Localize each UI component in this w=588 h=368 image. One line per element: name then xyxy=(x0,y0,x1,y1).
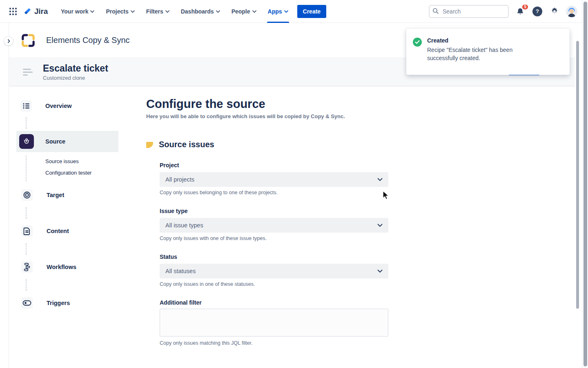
recipe-meta: Escalate ticket Customized clone xyxy=(43,63,108,81)
search-input[interactable] xyxy=(429,5,509,18)
issue-type-select-value: All issue types xyxy=(165,222,203,229)
app-switcher-button[interactable] xyxy=(7,5,20,18)
recipe-subtitle: Customized clone xyxy=(43,75,108,81)
substep-configuration-tester[interactable]: Configuration tester xyxy=(45,170,91,176)
step-label: Workflows xyxy=(47,264,76,270)
notifications-badge: 5 xyxy=(521,4,529,10)
step-triggers[interactable]: Triggers xyxy=(21,297,70,309)
elements-logo-icon xyxy=(20,33,36,48)
chevron-down-icon xyxy=(284,10,288,13)
nav-item-apps[interactable]: Apps xyxy=(262,0,294,23)
chevron-down-icon xyxy=(377,269,383,273)
chevron-down-icon xyxy=(131,10,135,13)
step-overview[interactable]: Overview xyxy=(20,100,72,112)
jira-logo[interactable]: Jira xyxy=(23,7,48,16)
jira-logo-text: Jira xyxy=(34,7,48,16)
settings-icon xyxy=(550,7,559,16)
step-connector xyxy=(26,243,27,255)
recipe-name: Escalate ticket xyxy=(43,63,108,74)
chevron-down-icon xyxy=(165,10,169,13)
nav-item-dashboards[interactable]: Dashboards xyxy=(175,0,226,23)
step-connector xyxy=(26,279,27,291)
step-connector xyxy=(26,117,27,129)
step-content[interactable]: Content xyxy=(21,225,69,237)
status-select[interactable]: All statuses xyxy=(160,264,388,278)
workflows-icon xyxy=(21,261,33,273)
triggers-icon xyxy=(21,297,33,309)
section-title: Source issues xyxy=(159,140,214,149)
chevron-down-icon xyxy=(216,10,220,13)
step-label: Overview xyxy=(45,103,72,109)
chevron-down-icon xyxy=(377,224,383,227)
help-button[interactable] xyxy=(532,6,543,17)
page-subtitle: Here you will be able to configure which… xyxy=(146,113,345,119)
content-icon xyxy=(21,225,33,237)
step-workflows[interactable]: Workflows xyxy=(21,261,76,273)
issue-type-help-text: Copy only issues with one of these issue… xyxy=(160,236,267,241)
chevron-down-icon xyxy=(252,10,256,13)
step-source-selected[interactable]: Source xyxy=(16,131,118,152)
step-target[interactable]: Target xyxy=(21,189,64,201)
app-grid-icon xyxy=(9,8,17,15)
recipe-steps-sidebar: Overview Source Source issues Configura xyxy=(0,86,139,368)
settings-button[interactable] xyxy=(549,6,560,17)
jql-filter-input[interactable] xyxy=(160,309,388,337)
avatar-image xyxy=(566,6,577,17)
chevron-down-icon xyxy=(90,10,94,13)
page-scrollbar-track xyxy=(582,0,588,368)
mouse-cursor xyxy=(382,191,390,200)
page-title: Configure the source xyxy=(146,97,265,111)
nav-item-people[interactable]: People xyxy=(226,0,262,23)
project-select-value: All projects xyxy=(165,176,194,183)
top-navigation: Jira Your work Projects Filters Dashboar… xyxy=(0,0,588,23)
project-help-text: Copy only issues belonging to one of the… xyxy=(160,190,278,195)
expand-sidebar-button[interactable] xyxy=(4,36,13,46)
target-icon xyxy=(21,189,33,201)
step-connector xyxy=(26,207,27,219)
nav-item-your-work[interactable]: Your work xyxy=(55,0,100,23)
screen: Jira Your work Projects Filters Dashboar… xyxy=(0,0,588,368)
jira-mark-icon xyxy=(23,7,32,16)
toast-body: Created Recipe "Escalate ticket" has bee… xyxy=(427,37,521,67)
avatar[interactable] xyxy=(566,6,577,17)
nav-item-projects[interactable]: Projects xyxy=(100,0,140,23)
toast-title: Created xyxy=(427,37,521,44)
additional-filter-label: Additional filter xyxy=(160,299,202,306)
search-icon xyxy=(432,8,439,14)
nav-item-filters[interactable]: Filters xyxy=(140,0,175,23)
collapsed-sidebar-divider xyxy=(9,23,9,368)
app-title: Elements Copy & Sync xyxy=(46,36,130,45)
issue-type-label: Issue type xyxy=(160,208,187,214)
status-select-value: All statuses xyxy=(165,268,196,274)
overview-icon xyxy=(20,100,32,112)
page-scrollbar[interactable] xyxy=(584,2,587,366)
primary-nav: Your work Projects Filters Dashboards Pe… xyxy=(55,0,294,23)
nav-right-cluster: 5 xyxy=(429,5,588,18)
drag-handle-icon[interactable] xyxy=(23,69,33,76)
project-label: Project xyxy=(160,162,179,168)
status-label: Status xyxy=(160,254,177,260)
step-label: Source xyxy=(45,138,65,145)
help-icon xyxy=(532,7,542,16)
project-select[interactable]: All projects xyxy=(160,172,388,187)
section-header: Source issues xyxy=(146,140,214,149)
step-label: Content xyxy=(47,228,69,234)
additional-filter-help-text: Copy only issues matching this JQL filte… xyxy=(160,340,252,346)
substep-source-issues[interactable]: Source issues xyxy=(45,158,79,164)
chevron-right-icon xyxy=(7,39,11,43)
notifications-button[interactable]: 5 xyxy=(514,6,526,17)
create-button[interactable]: Create xyxy=(297,5,327,18)
substep-connector xyxy=(26,156,27,181)
content-scrollbar[interactable] xyxy=(576,41,579,309)
step-label: Target xyxy=(47,192,64,198)
success-toast: Created Recipe "Escalate ticket" has bee… xyxy=(406,29,570,75)
toast-message: Recipe "Escalate ticket" has been succes… xyxy=(427,46,521,62)
step-label: Triggers xyxy=(47,300,70,306)
chevron-down-icon xyxy=(377,178,383,181)
search-box xyxy=(429,5,509,18)
source-icon xyxy=(19,134,34,149)
status-help-text: Copy only issues in one of these statuse… xyxy=(160,281,255,287)
section-glyph-icon xyxy=(146,142,153,148)
success-check-icon xyxy=(413,38,422,47)
issue-type-select[interactable]: All issue types xyxy=(160,218,388,233)
